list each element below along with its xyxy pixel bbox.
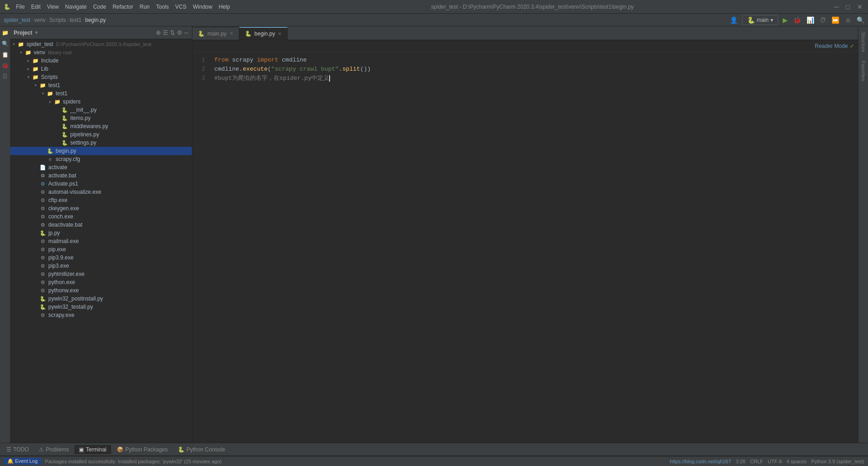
tree-item-pythonw[interactable]: ▸ ⚙ pythonw.exe: [10, 286, 192, 295]
hide-panel-icon[interactable]: ─: [184, 29, 188, 36]
file-encoding[interactable]: UTF-8: [768, 459, 782, 464]
tree-item-pywin32-post[interactable]: ▸ 🐍 pywin32_postinstall.py: [10, 295, 192, 303]
tree-item-scrapy-cfg[interactable]: ▸ ≡ scrapy.cfg: [10, 155, 192, 163]
tree-item-lib[interactable]: ▸ 📁 Lib: [10, 65, 192, 73]
bottom-tab-python-console[interactable]: 🐍 Python Console: [173, 445, 230, 454]
activity-database[interactable]: 🗄: [0, 72, 10, 81]
tree-item-pip[interactable]: ▸ ⚙ pip.exe: [10, 245, 192, 254]
bottom-tab-python-packages[interactable]: 📦 Python Packages: [112, 445, 172, 454]
menu-window[interactable]: Window: [190, 3, 215, 11]
menu-tools[interactable]: Tools: [153, 3, 171, 11]
tab-main-py[interactable]: 🐍 main.py ✕: [192, 27, 239, 40]
tree-item-pyhtmllizer[interactable]: ▸ ⚙ pyhtmllizer.exe: [10, 270, 192, 278]
breadcrumb-scripts[interactable]: Scripts: [49, 17, 66, 23]
breadcrumb-file[interactable]: begin.py: [85, 17, 106, 23]
tree-item-pywin32-test[interactable]: ▸ 🐍 pywin32_testall.py: [10, 303, 192, 311]
tree-item-pipelines[interactable]: ▸ 🐍 pipelines.py: [10, 130, 192, 139]
tree-item-spiders[interactable]: ▸ 📁 spiders: [10, 98, 192, 106]
debug-button[interactable]: 🐞: [791, 16, 803, 25]
maximize-button[interactable]: □: [844, 3, 852, 10]
menu-edit[interactable]: Edit: [28, 3, 43, 11]
tree-item-label: deactivate.bat: [48, 222, 83, 228]
tree-item-jp[interactable]: ▸ 🐍 jp.py: [10, 229, 192, 237]
reader-mode-button[interactable]: Reader Mode ✓: [815, 43, 854, 49]
bottom-tab-terminal[interactable]: ▣ Terminal: [74, 445, 111, 454]
activity-search[interactable]: 🔍: [0, 39, 10, 48]
sort-icon[interactable]: ⇅: [170, 29, 175, 36]
line-ending[interactable]: CRLF: [750, 459, 763, 464]
run-button[interactable]: ▶: [781, 16, 790, 25]
locate-icon[interactable]: ⊕: [156, 29, 161, 36]
tree-item-python-exe[interactable]: ▸ ⚙ python.exe: [10, 278, 192, 286]
minimize-button[interactable]: ─: [832, 3, 841, 10]
menu-help[interactable]: Help: [216, 3, 233, 11]
search-button[interactable]: 🔍: [855, 16, 866, 25]
settings-icon[interactable]: ⚙: [177, 29, 182, 36]
menu-refactor[interactable]: Refactor: [110, 3, 136, 11]
collapse-all-icon[interactable]: ☰: [163, 29, 168, 36]
tree-item-cftp[interactable]: ▸ ⚙ cftp.exe: [10, 196, 192, 204]
todo-icon: ☰: [6, 446, 11, 453]
tree-item-deactivate[interactable]: ▸ ⚙ deactivate.bat: [10, 221, 192, 229]
profile-icon[interactable]: 👤: [728, 16, 739, 25]
menu-run[interactable]: Run: [137, 3, 152, 11]
tree-item-items[interactable]: ▸ 🐍 items.py: [10, 114, 192, 122]
tree-item-test1-outer[interactable]: ▾ 📁 test1: [10, 81, 192, 89]
tree-item-spider-test[interactable]: ▾ 📁 spider_test D:\Pycharm\PyCharm 2020.…: [10, 40, 192, 48]
menu-view[interactable]: View: [44, 3, 62, 11]
code-editor[interactable]: 1 2 3 from scrapy import cmdline cmdline…: [192, 52, 858, 443]
menu-file[interactable]: File: [13, 3, 27, 11]
close-button[interactable]: ✕: [855, 3, 864, 10]
tree-item-scripts[interactable]: ▾ 📁 Scripts: [10, 73, 192, 81]
code-content[interactable]: from scrapy import cmdline cmdline.execu…: [211, 52, 858, 443]
tree-item-conch[interactable]: ▸ ⚙ conch.exe: [10, 212, 192, 221]
breadcrumb-test1[interactable]: test1: [70, 17, 82, 23]
indent-setting[interactable]: 4 spaces: [786, 459, 806, 464]
tab-close-button[interactable]: ✕: [278, 31, 282, 37]
coverage-button[interactable]: 📊: [805, 16, 816, 25]
tree-item-test1-inner[interactable]: ▾ 📁 test1: [10, 89, 192, 98]
chevron-down-icon[interactable]: ▾: [35, 30, 38, 36]
tree-item-settings[interactable]: ▸ 🐍 settings.py: [10, 139, 192, 147]
python-file-icon: 🐍: [39, 229, 46, 237]
activity-project[interactable]: 📁: [0, 28, 10, 37]
tree-item-mailmail[interactable]: ▸ ⚙ mailmail.exe: [10, 237, 192, 245]
tree-item-init[interactable]: ▸ 🐍 __init__.py: [10, 106, 192, 114]
tree-item-middlewares[interactable]: ▸ 🐍 middlewares.py: [10, 122, 192, 130]
tree-item-automat[interactable]: ▸ ⚙ automat-visualize.exe: [10, 188, 192, 196]
tree-item-scrapy-exe[interactable]: ▸ ⚙ scrapy.exe: [10, 311, 192, 319]
breadcrumb-venv[interactable]: venv: [34, 17, 46, 23]
activity-debug[interactable]: 🐞: [0, 61, 10, 70]
bottom-tab-problems[interactable]: ⚠ Problems: [34, 445, 73, 454]
profile-run-button[interactable]: ⏱: [818, 16, 828, 25]
breadcrumb-project[interactable]: spider_test: [4, 17, 31, 23]
bottom-tab-todo[interactable]: ☰ TODO: [2, 445, 33, 454]
favorites-panel-button[interactable]: Favorites: [860, 57, 867, 85]
tree-item-pip39[interactable]: ▸ ⚙ pip3.9.exe: [10, 254, 192, 262]
run-config-button[interactable]: 🐍 main ▾: [742, 15, 778, 25]
structure-panel-button[interactable]: Structure: [860, 28, 867, 56]
tree-item-activate-bat[interactable]: ▸ ⚙ activate.bat: [10, 171, 192, 180]
tree-item-activate[interactable]: ▸ 📄 activate: [10, 163, 192, 171]
tree-item-label: jp.py: [48, 230, 60, 236]
tree-item-ckeygen[interactable]: ▸ ⚙ ckeygen.exe: [10, 204, 192, 212]
tree-item-activate-ps1[interactable]: ▸ ⚙ Activate.ps1: [10, 180, 192, 188]
menu-vcs[interactable]: VCS: [172, 3, 189, 11]
menu-navigate[interactable]: Navigate: [62, 3, 89, 11]
toolbar: spider_test › venv › Scripts › test1 › b…: [0, 14, 868, 26]
tree-item-venv[interactable]: ▾ 📁 venv library root: [10, 48, 192, 57]
concurrency-button[interactable]: ⏩: [830, 16, 841, 25]
tree-item-include[interactable]: ▸ 📁 Include: [10, 57, 192, 65]
tree-item-label: activate.bat: [48, 172, 76, 179]
tab-close-button[interactable]: ✕: [229, 31, 233, 36]
event-log-button[interactable]: 🔔 Event Log: [4, 458, 41, 465]
tree-item-pip3[interactable]: ▸ ⚙ pip3.exe: [10, 262, 192, 270]
stop-button[interactable]: ⏹: [843, 16, 853, 25]
menu-code[interactable]: Code: [90, 3, 109, 11]
tab-begin-py[interactable]: 🐍 begin.py ✕: [239, 27, 288, 40]
bottom-tab-label: TODO: [13, 446, 29, 453]
status-link[interactable]: https://blog.csdn.net/iqh267: [670, 459, 731, 464]
activity-vcs[interactable]: 📋: [0, 50, 10, 59]
tree-item-begin[interactable]: ▸ 🐍 begin.py: [10, 147, 192, 155]
window-controls[interactable]: ─ □ ✕: [832, 3, 864, 10]
